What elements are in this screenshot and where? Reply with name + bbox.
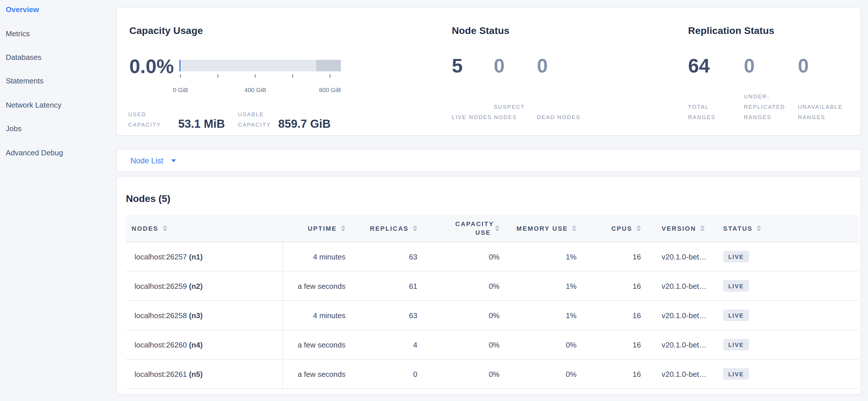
status-cell: LIVE — [719, 330, 859, 359]
sidebar-item[interactable]: Network Latency — [0, 93, 116, 117]
column-header-version[interactable]: VERSION — [646, 214, 719, 242]
node-status-title: Node Status — [452, 25, 509, 37]
table-row: localhost:26260 (n4) a few seconds 4 0% … — [126, 330, 859, 359]
column-header-replicas[interactable]: REPLICAS — [350, 214, 422, 242]
sidebar-item-label: Metrics — [6, 29, 30, 38]
node-link[interactable]: localhost:26258 — [134, 311, 187, 320]
status-badge: LIVE — [723, 310, 749, 321]
replicas-cell: 61 — [350, 271, 422, 300]
node-address-cell: localhost:26261 (n5) — [126, 359, 282, 389]
column-header-label: NODES — [132, 225, 158, 232]
status-cell: LIVE — [719, 359, 859, 389]
node-link[interactable]: localhost:26261 — [134, 370, 187, 378]
axis-tick — [330, 74, 330, 78]
node-list-dropdown-card: Node List — [116, 149, 861, 172]
cluster-summary-card: Capacity Usage 0.0% 0 GiB — [116, 7, 861, 136]
summary-stat: 0 DEAD NODES — [537, 55, 589, 122]
capacity-axis-labels: 0 GiB 400 GiB 800 GiB — [179, 86, 341, 94]
capacity-bar-chart — [179, 60, 341, 71]
memory-use-cell: 1% — [504, 271, 581, 300]
sort-arrows-icon — [572, 225, 577, 231]
column-header-cpus[interactable]: CPUS — [581, 214, 646, 242]
version-cell: v20.1.0-bet… — [646, 242, 719, 271]
column-header-label: STATUS — [723, 225, 753, 232]
stat-value: 64 — [688, 55, 744, 76]
sort-arrows-icon — [700, 225, 705, 231]
node-id: (n1) — [189, 252, 203, 261]
stat-label: UNAVAILABLE RANGES — [798, 102, 844, 122]
replication-status-title: Replication Status — [688, 25, 774, 37]
sidebar-item[interactable]: Statements — [0, 69, 116, 93]
capacity-usage-title: Capacity Usage — [129, 25, 203, 37]
column-header-label: UPTIME — [308, 225, 337, 232]
axis-tick-label: 400 GiB — [244, 86, 266, 93]
sidebar-item-label: Network Latency — [6, 101, 62, 109]
sort-arrows-icon — [341, 225, 345, 231]
memory-use-cell: 1% — [504, 300, 581, 330]
cpus-cell: 16 — [581, 271, 646, 300]
table-row: localhost:26257 (n1) 4 minutes 63 0% 1% … — [126, 242, 859, 271]
column-header-status[interactable]: STATUS — [719, 214, 859, 242]
sort-arrows-icon — [495, 225, 499, 231]
column-header-label: REPLICAS — [370, 225, 409, 232]
stat-label: LIVE NODES — [452, 112, 494, 122]
stat-value: 0 — [494, 55, 537, 76]
stat-label: TOTAL RANGES — [688, 102, 734, 122]
table-row: localhost:26258 (n3) 4 minutes 63 0% 1% … — [126, 300, 859, 330]
memory-use-cell: 0% — [504, 330, 581, 359]
cpus-cell: 16 — [581, 300, 646, 330]
node-address-cell: localhost:26258 (n3) — [126, 300, 282, 330]
uptime-cell: a few seconds — [282, 271, 350, 300]
summary-stat: 0 SUSPECT NODES — [494, 55, 537, 122]
stat-value: 0 — [537, 55, 589, 76]
status-cell: LIVE — [719, 242, 859, 271]
cpus-cell: 16 — [581, 242, 646, 271]
node-list-dropdown-label: Node List — [130, 156, 163, 165]
node-link[interactable]: localhost:26257 — [134, 252, 187, 261]
column-header-uptime[interactable]: UPTIME — [282, 214, 350, 242]
axis-tick — [217, 74, 218, 78]
column-header-nodes[interactable]: NODES — [126, 214, 282, 242]
column-header-label: CAPACITY USE — [455, 220, 491, 237]
capacity-use-cell: 0% — [422, 271, 504, 300]
stat-label: SUSPECT NODES — [494, 102, 537, 122]
sidebar-item-label: Jobs — [6, 124, 22, 133]
column-header-memory-use[interactable]: MEMORY USE — [504, 214, 581, 242]
capacity-bar-used-segment — [179, 60, 181, 71]
cpus-cell: 16 — [581, 330, 646, 359]
summary-stat: 0 UNDER-REPLICATED RANGES — [744, 55, 798, 122]
status-badge: LIVE — [723, 251, 749, 262]
version-cell: v20.1.0-bet… — [646, 330, 719, 359]
node-link[interactable]: localhost:26260 — [134, 340, 187, 349]
used-capacity-label: USED CAPACITY — [128, 109, 177, 130]
used-capacity-value: 53.1 MiB — [178, 117, 225, 131]
capacity-used-percent: 0.0% — [129, 56, 174, 77]
column-header-capacity-use[interactable]: CAPACITY USE — [422, 214, 504, 242]
sidebar-item[interactable]: Overview — [0, 0, 116, 22]
nodes-table-title: Nodes (5) — [126, 193, 170, 205]
sidebar-item-label: Overview — [6, 5, 39, 14]
node-link[interactable]: localhost:26259 — [134, 282, 187, 290]
column-header-label: VERSION — [662, 225, 696, 232]
status-badge: LIVE — [723, 280, 749, 292]
chevron-down-icon — [171, 159, 176, 162]
uptime-cell: a few seconds — [282, 359, 350, 389]
admin-ui-page: OverviewMetricsDatabasesStatementsNetwor… — [0, 0, 868, 401]
axis-tick — [255, 74, 255, 78]
capacity-bar-track — [179, 60, 341, 71]
uptime-cell: 4 minutes — [282, 242, 350, 271]
sidebar-item[interactable]: Metrics — [0, 22, 116, 46]
stat-label: UNDER-REPLICATED RANGES — [744, 91, 790, 122]
sidebar-item[interactable]: Databases — [0, 46, 116, 69]
capacity-use-cell: 0% — [422, 359, 504, 389]
sidebar-item[interactable]: Jobs — [0, 117, 116, 141]
nodes-table-card: Nodes (5) NODES UPTIME REPLICAS CAPACITY… — [116, 176, 861, 395]
stat-label: DEAD NODES — [537, 112, 583, 122]
sort-arrows-icon — [757, 225, 762, 231]
column-header-label: MEMORY USE — [517, 225, 568, 232]
axis-tick-label: 800 GiB — [319, 86, 341, 93]
sidebar-item[interactable]: Advanced Debug — [0, 141, 116, 165]
node-id: (n4) — [189, 340, 203, 349]
cpus-cell: 16 — [581, 359, 646, 389]
node-list-dropdown[interactable]: Node List — [117, 150, 176, 171]
